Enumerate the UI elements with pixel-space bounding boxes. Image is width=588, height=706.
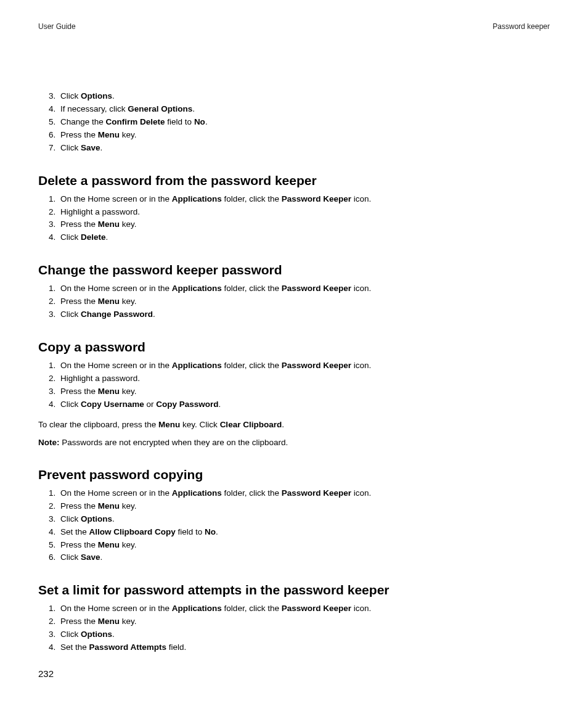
- header-right: Password keeper: [492, 22, 550, 31]
- step-item: Highlight a password.: [58, 206, 550, 219]
- bold-text: Applications: [172, 604, 222, 613]
- step-list: On the Home screen or in the Application…: [38, 282, 550, 321]
- bold-text: Applications: [172, 361, 222, 370]
- bold-text: Options: [81, 91, 112, 101]
- bold-text: Password Attempts: [89, 642, 167, 652]
- step-item: Press the Menu key.: [58, 218, 550, 231]
- page: User Guide Password keeper Click Options…: [0, 0, 588, 706]
- bold-text: Password Keeper: [282, 488, 351, 498]
- bold-text: Menu: [98, 617, 120, 626]
- step-item: Set the Allow Clipboard Copy field to No…: [58, 526, 550, 539]
- bold-text: Menu: [98, 387, 120, 396]
- bold-text: Password Keeper: [282, 284, 351, 293]
- bold-text: Save: [81, 552, 100, 562]
- section-heading: Prevent password copying: [38, 467, 550, 482]
- bold-text: No: [194, 117, 205, 126]
- bold-text: Options: [81, 630, 112, 639]
- step-list: Click Options.If necessary, click Genera…: [38, 90, 550, 155]
- step-item: On the Home screen or in the Application…: [58, 359, 550, 372]
- bold-text: Menu: [98, 540, 120, 549]
- bold-text: Confirm Delete: [106, 117, 165, 126]
- step-item: Press the Menu key.: [58, 385, 550, 398]
- step-item: If necessary, click General Options.: [58, 103, 550, 116]
- bold-text: Delete: [81, 232, 106, 242]
- step-item: Press the Menu key.: [58, 129, 550, 142]
- body-paragraph: To clear the clipboard, press the Menu k…: [38, 419, 550, 431]
- step-list: On the Home screen or in the Application…: [38, 193, 550, 245]
- bold-text: Change Password: [81, 310, 153, 319]
- bold-text: Copy Username: [81, 400, 144, 409]
- step-item: On the Home screen or in the Application…: [58, 193, 550, 206]
- body-paragraph: Note: Passwords are not encrypted when t…: [38, 437, 550, 449]
- bold-text: Applications: [172, 194, 222, 203]
- step-item: On the Home screen or in the Application…: [58, 602, 550, 615]
- step-item: Click Copy Username or Copy Password.: [58, 398, 550, 411]
- step-item: Click Options.: [58, 628, 550, 641]
- bold-text: Save: [81, 143, 100, 152]
- section-heading: Change the password keeper password: [38, 263, 550, 277]
- section-heading: Copy a password: [38, 340, 550, 355]
- step-item: Press the Menu key.: [58, 295, 550, 308]
- step-item: On the Home screen or in the Application…: [58, 487, 550, 500]
- step-item: Press the Menu key.: [58, 539, 550, 552]
- header-left: User Guide: [38, 22, 76, 31]
- step-item: Highlight a password.: [58, 372, 550, 385]
- section-heading: Set a limit for password attempts in the…: [38, 583, 550, 597]
- step-item: Press the Menu key.: [58, 615, 550, 628]
- bold-text: Copy Password: [156, 400, 218, 409]
- bold-text: Menu: [98, 297, 120, 306]
- bold-text: Clear Clipboard: [220, 420, 282, 429]
- step-item: Press the Menu key.: [58, 500, 550, 513]
- page-number: 232: [38, 668, 54, 679]
- step-item: Click Delete.: [58, 231, 550, 244]
- step-list: On the Home screen or in the Application…: [38, 359, 550, 411]
- step-item: On the Home screen or in the Application…: [58, 282, 550, 295]
- bold-text: No: [205, 527, 216, 536]
- step-item: Change the Confirm Delete field to No.: [58, 116, 550, 129]
- step-item: Set the Password Attempts field.: [58, 641, 550, 654]
- bold-text: Password Keeper: [282, 361, 351, 370]
- page-header: User Guide Password keeper: [38, 22, 550, 31]
- bold-text: Menu: [98, 501, 120, 511]
- bold-text: Applications: [172, 284, 222, 293]
- step-list: On the Home screen or in the Application…: [38, 487, 550, 565]
- step-item: Click Change Password.: [58, 308, 550, 321]
- bold-text: General Options: [128, 104, 192, 113]
- page-content: Click Options.If necessary, click Genera…: [38, 90, 550, 654]
- section-heading: Delete a password from the password keep…: [38, 173, 550, 188]
- bold-text: Menu: [98, 130, 120, 139]
- step-item: Click Options.: [58, 90, 550, 103]
- bold-text: Allow Clipboard Copy: [89, 527, 176, 536]
- step-item: Click Options.: [58, 513, 550, 526]
- bold-text: Applications: [172, 488, 222, 498]
- bold-text: Password Keeper: [282, 194, 351, 203]
- step-list: On the Home screen or in the Application…: [38, 602, 550, 654]
- bold-text: Password Keeper: [282, 604, 351, 613]
- bold-text: Menu: [98, 220, 120, 229]
- bold-text: Menu: [158, 420, 180, 429]
- step-item: Click Save.: [58, 551, 550, 564]
- bold-text: Note:: [38, 438, 60, 447]
- bold-text: Options: [81, 514, 112, 523]
- step-item: Click Save.: [58, 142, 550, 155]
